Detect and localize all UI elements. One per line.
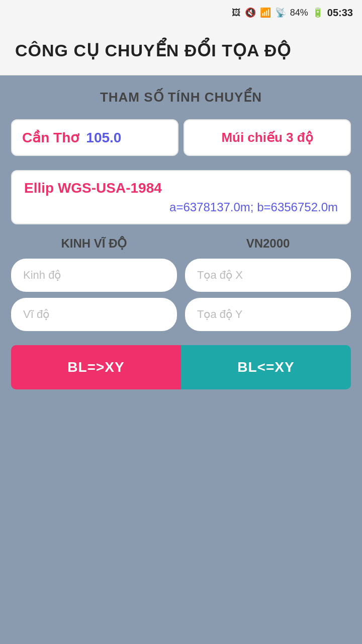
xy-to-bl-button[interactable]: BL<=XY	[181, 345, 351, 389]
status-bar: 🖼 🔇 📶 📡 84% 🔋 05:33	[0, 0, 362, 25]
signal-icon: 📡	[275, 7, 286, 18]
toa-do-y-input[interactable]	[185, 298, 351, 331]
vi-do-input[interactable]	[11, 298, 177, 331]
bottom-fill	[11, 398, 351, 629]
battery-percent: 84%	[290, 8, 308, 18]
ellip-title: Ellip WGS-USA-1984	[24, 180, 338, 196]
param-row1: Cần Thơ 105.0 Múi chiếu 3 độ	[11, 119, 351, 156]
moi-label: Múi chiếu 3 độ	[221, 130, 313, 145]
app-bar: CÔNG CỤ CHUYỂN ĐỔI TỌA ĐỘ	[0, 25, 362, 75]
screenshot-icon: 🖼	[232, 8, 241, 18]
input-section: KINH VĨ ĐỘ VN2000	[11, 236, 351, 331]
kinh-do-input[interactable]	[11, 259, 177, 292]
toa-do-x-input[interactable]	[185, 259, 351, 292]
right-input-col: VN2000	[185, 236, 351, 331]
main-content: THAM SỐ TÍNH CHUYỂN Cần Thơ 105.0 Múi ch…	[0, 75, 362, 644]
section-label: THAM SỐ TÍNH CHUYỂN	[11, 90, 351, 105]
button-row: BL=>XY BL<=XY	[11, 345, 351, 389]
app-title: CÔNG CỤ CHUYỂN ĐỔI TỌA ĐỘ	[15, 40, 291, 60]
moi-cell[interactable]: Múi chiếu 3 độ	[184, 119, 351, 156]
left-input-col: KINH VĨ ĐỘ	[11, 236, 177, 331]
status-time: 05:33	[327, 7, 353, 19]
right-col-label: VN2000	[185, 236, 351, 251]
wifi-icon: 📶	[260, 7, 271, 18]
battery-icon: 🔋	[312, 7, 323, 18]
cantho-label: Cần Thơ	[22, 129, 79, 146]
ellip-params: a=6378137.0m; b=6356752.0m	[24, 200, 338, 214]
bl-to-xy-button[interactable]: BL=>XY	[11, 345, 181, 389]
status-icons: 🖼 🔇 📶 📡 84% 🔋 05:33	[232, 7, 353, 19]
ellip-cell[interactable]: Ellip WGS-USA-1984 a=6378137.0m; b=63567…	[11, 170, 351, 224]
mute-icon: 🔇	[245, 7, 256, 18]
cantho-value: 105.0	[86, 130, 121, 146]
cantho-cell[interactable]: Cần Thơ 105.0	[11, 119, 178, 156]
left-col-label: KINH VĨ ĐỘ	[11, 236, 177, 251]
